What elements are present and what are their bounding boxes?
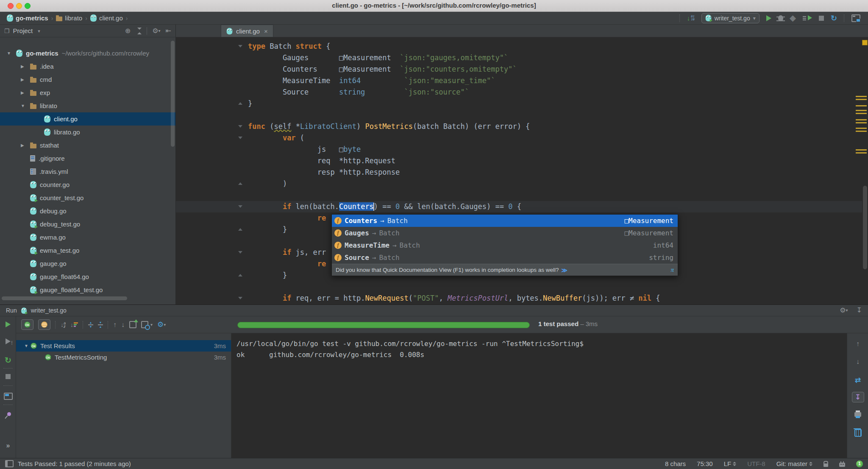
stripe-warning-mark[interactable] [856,131,867,132]
fold-marker[interactable] [238,45,242,47]
file-encoding[interactable]: UTF-8 [747,460,765,467]
status-message[interactable]: Tests Passed: 1 passed (2 minutes ago) [18,460,131,467]
fold-marker[interactable] [238,297,242,299]
event-notification-badge[interactable]: 1 [856,461,863,467]
toolwindow-toggle-icon[interactable] [5,460,14,467]
tree-expanded-icon[interactable]: ▼ [21,103,30,108]
expand-all-icon[interactable]: ▲▼ [88,321,93,328]
stripe-warning-mark[interactable] [856,113,867,114]
fold-marker[interactable] [238,228,242,231]
next-failed-test-icon[interactable]: ↓ [121,321,125,329]
more-options-icon[interactable]: » [6,442,10,449]
project-tree[interactable]: ▼go-metrics ~/work/src/github.com/rcrowl… [0,37,176,304]
collapse-all-icon[interactable]: ▼▲ [98,321,103,328]
fold-marker[interactable] [238,125,242,128]
rerun-button[interactable] [6,321,11,327]
tree-item-go-metrics[interactable]: ▼go-metrics ~/work/src/github.com/rcrowl… [0,47,175,60]
run-with-profiler-button[interactable] [803,15,812,22]
dock-panel-icon[interactable]: ↧ [857,307,862,314]
hide-panel-icon[interactable]: ⇤ [166,28,171,34]
breadcrumb-librato[interactable]: librato [56,14,82,22]
sync-icon[interactable]: ↻ [831,14,837,23]
stripe-warning-mark[interactable] [856,105,867,106]
tree-item-ewma.go[interactable]: ewma.go [0,231,175,244]
locate-file-icon[interactable]: ⊕ [125,28,131,34]
tab-client-go[interactable]: client.go × [221,25,273,37]
stripe-warning-mark[interactable] [856,149,867,151]
tree-item-gauge_float64.go[interactable]: gauge_float64.go [0,270,175,283]
restore-layout-button[interactable] [4,393,13,400]
test-results-tree[interactable]: ▼OKTest Results3msOKTestMetricsSorting3m… [16,333,231,458]
run-console[interactable]: /usr/local/go/bin/go test -v github.com/… [231,333,847,458]
down-stacktrace-icon[interactable]: ↓ [856,358,860,366]
run-configuration-combobox[interactable]: writer_test.go ▾ [701,13,760,23]
stripe-warning-mark[interactable] [856,122,867,123]
tree-item-exp[interactable]: ▶exp [0,86,175,99]
completion-item-MeasureTime[interactable]: fMeasureTime→Batchint64 [332,239,678,251]
tree-collapsed-icon[interactable]: ▶ [21,64,30,69]
stop-button[interactable] [6,374,11,379]
stop-button[interactable] [819,16,824,21]
test-history-icon[interactable]: ▾ [141,321,153,328]
tree-item-debug_test.go[interactable]: debug_test.go [0,218,175,231]
chevron-down-icon[interactable]: ▾ [38,28,40,34]
sort-alphabetically-icon[interactable]: ↓ az [61,321,66,328]
git-branch-selector[interactable]: Git: master [776,460,812,467]
test-options-gear-icon[interactable]: ⚙▾ [157,320,166,329]
toggle-auto-test-button[interactable]: ↻ [5,355,11,365]
stripe-warning-mark[interactable] [856,110,867,111]
inspections-hector-icon[interactable] [839,463,845,467]
sort-by-duration-icon[interactable]: ↓ [70,321,78,328]
rerun-failed-tests-button[interactable]: ! [6,338,11,344]
tree-item-debug.go[interactable]: debug.go [0,204,175,218]
tree-item-gauge_float64_test.go[interactable]: gauge_float64_test.go [0,283,175,296]
caret-position[interactable]: 75:30 [697,460,713,467]
tree-expanded-icon[interactable]: ▼ [22,343,31,348]
run-with-coverage-button[interactable]: ▦ [789,14,797,22]
tree-item-librato.go[interactable]: librato.go [0,126,175,139]
show-passed-toggle[interactable]: OK [21,319,33,330]
pin-tab-button[interactable] [5,412,11,419]
test-tree-item-Test Results[interactable]: ▼OKTest Results3ms [16,340,231,352]
tree-item-.gitignore[interactable]: .gitignore [0,152,175,165]
run-settings-gear-icon[interactable]: ⚙▾ [840,307,848,314]
stripe-warning-mark[interactable] [856,99,867,100]
inspection-status-square[interactable] [862,40,868,45]
tree-item-ewma_test.go[interactable]: ewma_test.go [0,244,175,257]
project-settings-gear-icon[interactable]: ⚙▾ [152,28,160,34]
close-tab-icon[interactable]: × [264,28,268,35]
fold-marker[interactable] [238,251,242,254]
run-button[interactable] [766,15,771,21]
tree-expanded-icon[interactable]: ▼ [7,51,16,56]
show-ignored-toggle[interactable] [38,319,50,330]
stripe-warning-mark[interactable] [856,128,867,129]
scroll-to-end-toggle[interactable]: ↧ [852,392,864,402]
project-panel-title[interactable]: ❐ Project [4,27,33,34]
tree-item-stathat[interactable]: ▶stathat [0,139,175,152]
tree-item-counter_test.go[interactable]: counter_test.go [0,191,175,204]
stripe-warning-mark[interactable] [856,119,867,120]
fold-marker[interactable] [238,274,242,276]
breadcrumb-client-go[interactable]: client.go [90,14,123,22]
fold-marker[interactable] [238,205,242,208]
test-tree-item-TestMetricsSorting[interactable]: OKTestMetricsSorting3ms [16,352,231,363]
editor-scrollbar-thumb[interactable] [863,186,867,269]
tree-collapsed-icon[interactable]: ▶ [21,90,30,95]
completion-item-Counters[interactable]: fCounters→Batch□Measurement [332,215,678,227]
print-icon[interactable] [854,412,861,417]
up-stacktrace-icon[interactable]: ↑ [856,340,860,348]
clear-all-icon[interactable] [854,429,862,437]
layout-icon[interactable] [851,14,860,22]
fold-marker[interactable] [238,137,242,139]
import-test-results-icon[interactable] [129,321,136,328]
stripe-warning-mark[interactable] [856,152,867,154]
soft-wrap-icon[interactable]: ⇄ [855,376,861,385]
tree-collapsed-icon[interactable]: ▶ [21,77,30,82]
lock-icon[interactable] [823,463,828,467]
tree-collapsed-icon[interactable]: ▶ [21,143,30,148]
line-separator-selector[interactable]: LF [724,460,737,467]
breadcrumb-go-metrics[interactable]: go-metrics [7,14,48,22]
fold-marker[interactable] [238,182,242,185]
completion-item-Gauges[interactable]: fGauges→Batch□Measurement [332,227,678,239]
hint-link[interactable]: ≫ [562,267,568,274]
